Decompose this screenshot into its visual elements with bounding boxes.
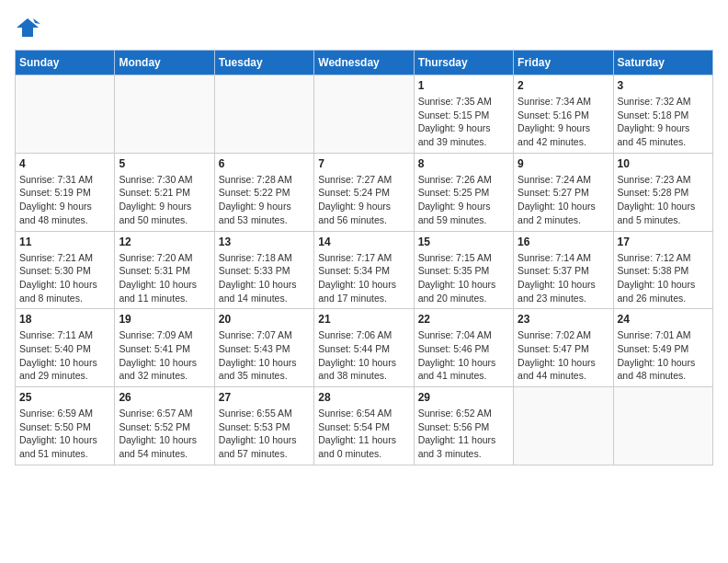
day-number: 15	[418, 236, 509, 248]
calendar-cell: 19Sunrise: 7:09 AM Sunset: 5:41 PM Dayli…	[115, 309, 214, 387]
calendar-cell: 8Sunrise: 7:26 AM Sunset: 5:25 PM Daylig…	[414, 153, 513, 231]
day-info: Sunrise: 7:35 AM Sunset: 5:15 PM Dayligh…	[418, 95, 509, 149]
day-number: 26	[119, 391, 210, 404]
calendar-cell: 14Sunrise: 7:17 AM Sunset: 5:34 PM Dayli…	[314, 231, 414, 309]
day-number: 24	[618, 313, 709, 326]
calendar-cell: 26Sunrise: 6:57 AM Sunset: 5:52 PM Dayli…	[115, 387, 214, 465]
day-info: Sunrise: 7:32 AM Sunset: 5:18 PM Dayligh…	[618, 95, 709, 149]
logo-bird-icon	[15, 15, 40, 40]
page-header	[15, 15, 713, 40]
day-info: Sunrise: 7:27 AM Sunset: 5:24 PM Dayligh…	[318, 173, 409, 227]
weekday-header: Friday	[514, 51, 613, 75]
day-info: Sunrise: 6:57 AM Sunset: 5:52 PM Dayligh…	[119, 407, 210, 461]
calendar-week-row: 1Sunrise: 7:35 AM Sunset: 5:15 PM Daylig…	[16, 75, 713, 154]
calendar-cell: 7Sunrise: 7:27 AM Sunset: 5:24 PM Daylig…	[314, 153, 414, 231]
calendar-cell: 10Sunrise: 7:23 AM Sunset: 5:28 PM Dayli…	[613, 153, 712, 231]
calendar-table: SundayMondayTuesdayWednesdayThursdayFrid…	[15, 50, 713, 465]
day-number: 8	[418, 157, 509, 170]
calendar-cell: 23Sunrise: 7:02 AM Sunset: 5:47 PM Dayli…	[514, 309, 613, 387]
day-info: Sunrise: 7:34 AM Sunset: 5:16 PM Dayligh…	[518, 95, 609, 149]
calendar-cell: 27Sunrise: 6:55 AM Sunset: 5:53 PM Dayli…	[214, 387, 313, 465]
day-info: Sunrise: 6:52 AM Sunset: 5:56 PM Dayligh…	[418, 407, 509, 461]
calendar-cell	[514, 387, 613, 465]
day-info: Sunrise: 7:09 AM Sunset: 5:41 PM Dayligh…	[119, 328, 210, 383]
calendar-cell: 11Sunrise: 7:21 AM Sunset: 5:30 PM Dayli…	[16, 231, 115, 309]
calendar-cell	[214, 75, 313, 154]
day-info: Sunrise: 6:55 AM Sunset: 5:53 PM Dayligh…	[219, 407, 310, 461]
calendar-cell: 17Sunrise: 7:12 AM Sunset: 5:38 PM Dayli…	[613, 231, 712, 309]
day-number: 27	[219, 391, 310, 404]
calendar-cell: 18Sunrise: 7:11 AM Sunset: 5:40 PM Dayli…	[16, 309, 115, 387]
calendar-cell: 9Sunrise: 7:24 AM Sunset: 5:27 PM Daylig…	[514, 153, 613, 231]
weekday-header: Sunday	[16, 51, 115, 75]
day-number: 1	[418, 79, 509, 92]
day-number: 19	[119, 313, 210, 326]
day-number: 10	[618, 157, 709, 170]
calendar-cell	[16, 75, 115, 154]
day-number: 12	[119, 236, 210, 248]
day-info: Sunrise: 6:59 AM Sunset: 5:50 PM Dayligh…	[19, 407, 110, 461]
calendar-cell: 20Sunrise: 7:07 AM Sunset: 5:43 PM Dayli…	[214, 309, 313, 387]
day-number: 25	[19, 391, 110, 404]
day-number: 22	[418, 313, 509, 326]
day-number: 13	[219, 236, 310, 248]
day-info: Sunrise: 7:15 AM Sunset: 5:35 PM Dayligh…	[418, 251, 509, 305]
day-info: Sunrise: 7:06 AM Sunset: 5:44 PM Dayligh…	[318, 328, 409, 383]
calendar-cell: 21Sunrise: 7:06 AM Sunset: 5:44 PM Dayli…	[314, 309, 414, 387]
day-info: Sunrise: 7:28 AM Sunset: 5:22 PM Dayligh…	[219, 173, 310, 227]
day-number: 14	[318, 236, 409, 248]
day-number: 5	[119, 157, 210, 170]
calendar-cell: 6Sunrise: 7:28 AM Sunset: 5:22 PM Daylig…	[214, 153, 313, 231]
day-number: 28	[318, 391, 409, 404]
calendar-week-row: 25Sunrise: 6:59 AM Sunset: 5:50 PM Dayli…	[16, 387, 713, 465]
day-number: 11	[19, 236, 110, 248]
day-number: 29	[418, 391, 509, 404]
calendar-cell	[115, 75, 214, 154]
day-number: 21	[318, 313, 409, 326]
day-number: 3	[618, 79, 709, 92]
day-info: Sunrise: 7:02 AM Sunset: 5:47 PM Dayligh…	[518, 328, 609, 383]
calendar-week-row: 18Sunrise: 7:11 AM Sunset: 5:40 PM Dayli…	[16, 309, 713, 387]
calendar-cell: 3Sunrise: 7:32 AM Sunset: 5:18 PM Daylig…	[613, 75, 712, 154]
calendar-cell: 15Sunrise: 7:15 AM Sunset: 5:35 PM Dayli…	[414, 231, 513, 309]
weekday-header: Monday	[115, 51, 214, 75]
day-info: Sunrise: 7:04 AM Sunset: 5:46 PM Dayligh…	[418, 328, 509, 383]
day-info: Sunrise: 7:21 AM Sunset: 5:30 PM Dayligh…	[19, 251, 110, 305]
weekday-header: Saturday	[613, 51, 712, 75]
calendar-week-row: 11Sunrise: 7:21 AM Sunset: 5:30 PM Dayli…	[16, 231, 713, 309]
day-info: Sunrise: 7:26 AM Sunset: 5:25 PM Dayligh…	[418, 173, 509, 227]
calendar-cell: 13Sunrise: 7:18 AM Sunset: 5:33 PM Dayli…	[214, 231, 313, 309]
day-number: 20	[219, 313, 310, 326]
calendar-week-row: 4Sunrise: 7:31 AM Sunset: 5:19 PM Daylig…	[16, 153, 713, 231]
weekday-header-row: SundayMondayTuesdayWednesdayThursdayFrid…	[16, 51, 713, 75]
day-info: Sunrise: 7:23 AM Sunset: 5:28 PM Dayligh…	[618, 173, 709, 227]
day-info: Sunrise: 7:20 AM Sunset: 5:31 PM Dayligh…	[119, 251, 210, 305]
svg-marker-1	[33, 18, 40, 24]
calendar-cell: 24Sunrise: 7:01 AM Sunset: 5:49 PM Dayli…	[613, 309, 712, 387]
calendar-cell: 12Sunrise: 7:20 AM Sunset: 5:31 PM Dayli…	[115, 231, 214, 309]
calendar-cell: 4Sunrise: 7:31 AM Sunset: 5:19 PM Daylig…	[16, 153, 115, 231]
day-number: 4	[19, 157, 110, 170]
calendar-cell: 16Sunrise: 7:14 AM Sunset: 5:37 PM Dayli…	[514, 231, 613, 309]
day-info: Sunrise: 7:17 AM Sunset: 5:34 PM Dayligh…	[318, 251, 409, 305]
calendar-cell: 29Sunrise: 6:52 AM Sunset: 5:56 PM Dayli…	[414, 387, 513, 465]
day-info: Sunrise: 6:54 AM Sunset: 5:54 PM Dayligh…	[318, 407, 409, 461]
day-number: 2	[518, 79, 609, 92]
logo	[15, 15, 44, 40]
day-info: Sunrise: 7:11 AM Sunset: 5:40 PM Dayligh…	[19, 328, 110, 383]
calendar-cell	[613, 387, 712, 465]
day-info: Sunrise: 7:18 AM Sunset: 5:33 PM Dayligh…	[219, 251, 310, 305]
day-number: 16	[518, 236, 609, 248]
weekday-header: Tuesday	[214, 51, 313, 75]
day-info: Sunrise: 7:01 AM Sunset: 5:49 PM Dayligh…	[618, 328, 709, 383]
weekday-header: Thursday	[414, 51, 513, 75]
calendar-cell: 28Sunrise: 6:54 AM Sunset: 5:54 PM Dayli…	[314, 387, 414, 465]
calendar-cell: 5Sunrise: 7:30 AM Sunset: 5:21 PM Daylig…	[115, 153, 214, 231]
day-info: Sunrise: 7:31 AM Sunset: 5:19 PM Dayligh…	[19, 173, 110, 227]
calendar-cell: 1Sunrise: 7:35 AM Sunset: 5:15 PM Daylig…	[414, 75, 513, 154]
calendar-cell: 2Sunrise: 7:34 AM Sunset: 5:16 PM Daylig…	[514, 75, 613, 154]
day-number: 6	[219, 157, 310, 170]
calendar-cell	[314, 75, 414, 154]
calendar-cell: 25Sunrise: 6:59 AM Sunset: 5:50 PM Dayli…	[16, 387, 115, 465]
day-info: Sunrise: 7:14 AM Sunset: 5:37 PM Dayligh…	[518, 251, 609, 305]
